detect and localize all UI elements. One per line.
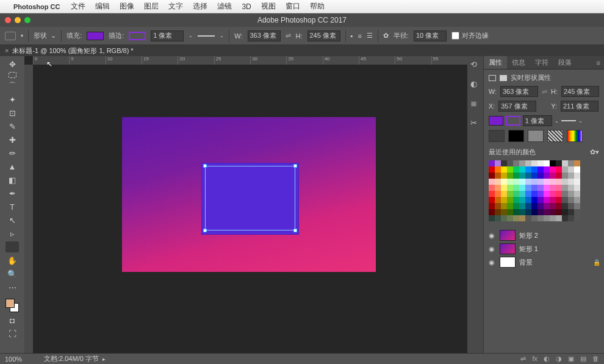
- no-stroke-icon[interactable]: [489, 130, 505, 142]
- swatch-cell[interactable]: [495, 185, 501, 191]
- prop-stroke-swatch[interactable]: [506, 116, 520, 126]
- swatch-cell[interactable]: [544, 197, 550, 203]
- swatch-cell[interactable]: [495, 173, 501, 179]
- swatch-cell[interactable]: [550, 191, 556, 197]
- menu-view[interactable]: 视图: [261, 1, 276, 12]
- swatch-cell[interactable]: [525, 209, 531, 215]
- swatch-cell[interactable]: [525, 191, 531, 197]
- swatch-cell[interactable]: [513, 166, 519, 173]
- swatch-cell[interactable]: [489, 203, 495, 209]
- swatch-cell[interactable]: [501, 197, 507, 203]
- swatch-cell[interactable]: [556, 185, 562, 191]
- prop-stroke-width[interactable]: [523, 115, 552, 126]
- swatch-cell[interactable]: [537, 185, 544, 191]
- handle-se[interactable]: [293, 229, 297, 232]
- swatch-cell[interactable]: [513, 185, 519, 191]
- swatch-cell[interactable]: [495, 215, 501, 221]
- swatch-cell[interactable]: [574, 179, 580, 185]
- marquee-tool-icon[interactable]: [9, 72, 16, 78]
- swatch-cell[interactable]: [550, 179, 556, 185]
- chevron-down-icon[interactable]: ⌄: [555, 118, 559, 124]
- swatch-cell[interactable]: [537, 209, 544, 215]
- fill-swatch[interactable]: [87, 32, 104, 40]
- document-tab[interactable]: × 未标题-1 @ 100% (圆角矩形 1, RGB/8) *: [0, 45, 604, 56]
- swatch-cell[interactable]: [544, 166, 550, 173]
- swatch-cell[interactable]: [513, 173, 519, 179]
- menu-select[interactable]: 选择: [193, 1, 207, 12]
- layer-row[interactable]: ◉ 背景 🔒: [487, 255, 600, 269]
- swatch-cell[interactable]: [489, 166, 495, 173]
- swatch-cell[interactable]: [507, 166, 513, 173]
- swatch-cell[interactable]: [537, 215, 544, 221]
- mask-icon[interactable]: ◐: [544, 355, 550, 363]
- swatch-cell[interactable]: [531, 160, 537, 166]
- swatch-cell[interactable]: [556, 197, 562, 203]
- swatch-cell[interactable]: [501, 173, 507, 179]
- menu-window[interactable]: 窗口: [286, 1, 300, 12]
- swatch-cell[interactable]: [550, 215, 556, 221]
- history-icon[interactable]: ⟲: [470, 60, 480, 70]
- swatch-cell[interactable]: [495, 197, 501, 203]
- lock-icon[interactable]: 🔒: [593, 259, 600, 266]
- swatch-cell[interactable]: [568, 215, 574, 221]
- panel-menu-icon[interactable]: ≡: [592, 56, 604, 69]
- swatch-cell[interactable]: [531, 185, 537, 191]
- swatch-cell[interactable]: [495, 209, 501, 215]
- link-wh-icon[interactable]: ⇌: [542, 88, 547, 96]
- swatch-cell[interactable]: [574, 160, 580, 166]
- swatch-cell[interactable]: [574, 173, 580, 179]
- swatch-cell[interactable]: [574, 203, 580, 209]
- swatch-cell[interactable]: [489, 173, 495, 179]
- swatch-cell[interactable]: [495, 203, 501, 209]
- screenmode-icon[interactable]: ⛶: [5, 328, 19, 339]
- align-icon[interactable]: ≡: [358, 32, 361, 40]
- swatch-cell[interactable]: [537, 197, 544, 203]
- eyedropper-tool-icon[interactable]: ✎: [5, 121, 19, 132]
- swatch-cell[interactable]: [525, 215, 531, 221]
- visibility-icon[interactable]: ◉: [487, 232, 496, 240]
- zoom-tool-icon[interactable]: 🔍: [5, 268, 19, 279]
- styles-icon[interactable]: ≣: [470, 99, 480, 109]
- swatch-cell[interactable]: [507, 185, 513, 191]
- swatch-cell[interactable]: [519, 215, 525, 221]
- adjustment-icon[interactable]: ◑: [556, 355, 562, 363]
- prop-x-input[interactable]: [498, 101, 536, 112]
- menu-help[interactable]: 帮助: [310, 1, 325, 12]
- swatch-cell[interactable]: [513, 160, 519, 166]
- zoom-level[interactable]: 100%: [5, 355, 35, 363]
- solid-gray-icon[interactable]: [528, 130, 544, 142]
- swatch-cell[interactable]: [574, 191, 580, 197]
- tab-close-icon[interactable]: ×: [5, 47, 9, 54]
- fx-icon[interactable]: fx: [532, 355, 537, 363]
- swatch-cell[interactable]: [562, 179, 568, 185]
- ruler-horizontal[interactable]: 0510152025303540455055: [33, 56, 467, 65]
- swatch-cell[interactable]: [537, 179, 544, 185]
- swatch-cell[interactable]: [556, 179, 562, 185]
- width-input[interactable]: [248, 30, 281, 41]
- swatch-cell[interactable]: [556, 191, 562, 197]
- path-ops-icon[interactable]: ▪: [351, 32, 353, 40]
- swatch-cell[interactable]: [513, 179, 519, 185]
- swatch-cell[interactable]: [519, 166, 525, 173]
- tool-preset-icon[interactable]: [5, 32, 16, 40]
- swatch-cell[interactable]: [519, 203, 525, 209]
- align-edges-checkbox[interactable]: 对齐边缘: [451, 31, 489, 40]
- group-icon[interactable]: ▣: [568, 355, 574, 363]
- handle-sw[interactable]: [203, 229, 207, 232]
- menu-edit[interactable]: 编辑: [95, 1, 110, 12]
- swatch-cell[interactable]: [531, 191, 537, 197]
- swatch-cell[interactable]: [562, 203, 568, 209]
- more-tools-icon[interactable]: ⋯: [5, 282, 19, 293]
- swatch-cell[interactable]: [574, 166, 580, 173]
- swatch-cell[interactable]: [519, 197, 525, 203]
- swatch-cell[interactable]: [525, 160, 531, 166]
- swatch-cell[interactable]: [519, 191, 525, 197]
- swatch-cell[interactable]: [501, 209, 507, 215]
- swatch-cell[interactable]: [550, 160, 556, 166]
- swatch-cell[interactable]: [513, 209, 519, 215]
- stroke-width-input[interactable]: [151, 30, 184, 41]
- color-wells[interactable]: [5, 299, 19, 312]
- hand-tool-icon[interactable]: ✋: [5, 255, 19, 266]
- swatch-cell[interactable]: [519, 179, 525, 185]
- align-edges-check[interactable]: [451, 32, 459, 40]
